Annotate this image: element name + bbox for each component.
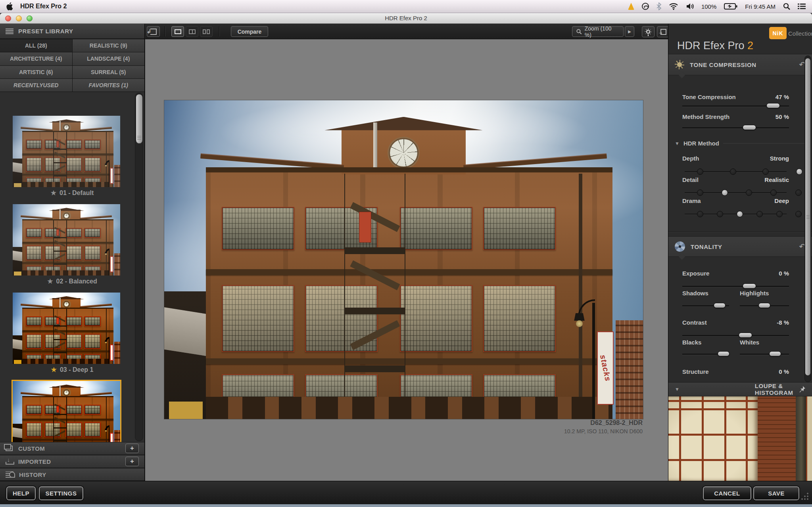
- loupe-histogram-header[interactable]: ▼ LOUPE & HISTOGRAM: [668, 382, 812, 396]
- preset-thumbnail-02[interactable]: [13, 204, 120, 276]
- tab-architecture[interactable]: ARCHITECTURE (4): [0, 52, 72, 65]
- preset-list-icon: [6, 29, 13, 34]
- drama-dot-3-active[interactable]: [737, 211, 743, 217]
- export-button[interactable]: [147, 26, 160, 37]
- tone-compression-slider-label: Tone Compression: [682, 94, 736, 100]
- preset-list-scrollbar[interactable]: [135, 93, 143, 441]
- whites-slider[interactable]: [740, 354, 789, 355]
- panel-scrollbar-thumb[interactable]: [805, 58, 810, 375]
- volume-icon[interactable]: [686, 3, 694, 10]
- preset-03-favorite-star-icon[interactable]: ★: [51, 366, 57, 373]
- photo-pipe: [373, 122, 377, 167]
- shadows-slider[interactable]: [682, 305, 729, 306]
- preset-thumbnail-04-selected[interactable]: [13, 381, 120, 442]
- imported-section-header[interactable]: IMPORTED +: [0, 455, 144, 468]
- notification-center-icon[interactable]: [798, 3, 806, 10]
- zoom-menu-arrow-button[interactable]: ▶: [625, 26, 634, 37]
- depth-dot-2[interactable]: [730, 168, 736, 175]
- exposure-slider[interactable]: [682, 286, 789, 287]
- preset-library-sidebar: PRESET LIBRARY ALL (28) REALISTIC (9) AR…: [0, 24, 145, 481]
- blacks-slider[interactable]: [682, 354, 729, 355]
- preset-03-label[interactable]: ★03 - Deep 1: [0, 366, 144, 373]
- wifi-icon[interactable]: [669, 3, 678, 10]
- view-side-by-side-button[interactable]: [200, 26, 213, 37]
- contrast-slider-handle[interactable]: [739, 333, 752, 338]
- settings-button[interactable]: SETTINGS: [39, 486, 83, 500]
- highlights-slider[interactable]: [740, 305, 789, 306]
- add-custom-preset-button[interactable]: +: [125, 444, 139, 453]
- add-imported-preset-button[interactable]: +: [125, 457, 139, 466]
- view-single-button[interactable]: [171, 26, 184, 37]
- pin-icon[interactable]: [799, 386, 806, 393]
- tab-realistic[interactable]: REALISTIC (9): [73, 39, 145, 52]
- tonality-header[interactable]: TONALITY ↶: [668, 236, 812, 257]
- preset-01-star-icon[interactable]: ★: [51, 189, 56, 196]
- cancel-button[interactable]: CANCEL: [703, 486, 751, 500]
- preset-02-star-icon[interactable]: ★: [47, 278, 53, 285]
- history-icon: [6, 471, 13, 478]
- menu-clock[interactable]: Fri 9:45 AM: [745, 3, 776, 10]
- method-strength-slider-handle[interactable]: [743, 125, 756, 130]
- depth-dot-1[interactable]: [697, 168, 703, 175]
- detail-dot-3[interactable]: [746, 189, 752, 196]
- tab-all[interactable]: ALL (28): [0, 39, 72, 52]
- photo-stacks-sign: stacks: [597, 331, 614, 405]
- tab-landscape[interactable]: LANDSCAPE (4): [73, 52, 145, 65]
- main-photo-preview[interactable]: stacks: [164, 100, 643, 419]
- custom-section-header[interactable]: CUSTOM +: [0, 442, 144, 455]
- preset-01-label[interactable]: ★01 - Default: [0, 189, 144, 197]
- preset-thumbnail-03[interactable]: [13, 293, 120, 364]
- drama-dot-slider[interactable]: [682, 211, 789, 217]
- adjustments-panel: NiK Collection HDR Efex Pro 2 TONE COMPR…: [668, 24, 812, 481]
- battery-icon[interactable]: [724, 3, 737, 10]
- drama-dot-6[interactable]: [795, 211, 802, 217]
- tone-compression-slider[interactable]: [682, 105, 789, 107]
- apple-menu-icon[interactable]: [6, 2, 13, 10]
- contrast-slider[interactable]: [682, 335, 789, 336]
- bluetooth-icon[interactable]: [657, 2, 661, 10]
- hdr-method-disclosure[interactable]: ▼ HDR Method: [675, 140, 806, 147]
- highlights-slider-handle[interactable]: [758, 303, 770, 308]
- preset-list-scrollbar-thumb[interactable]: [136, 94, 142, 143]
- detail-dot-4[interactable]: [770, 189, 777, 196]
- zoom-control[interactable]: Zoom (100 %): [572, 26, 624, 37]
- spotlight-search-icon[interactable]: [783, 3, 790, 10]
- detail-dot-1[interactable]: [697, 189, 703, 196]
- help-button[interactable]: HELP: [6, 486, 36, 500]
- shadows-slider-handle[interactable]: [714, 303, 726, 308]
- loupe-preview[interactable]: [668, 396, 812, 481]
- drama-dot-1[interactable]: [697, 211, 703, 217]
- tab-recently-used[interactable]: RECENTLYUSED: [0, 79, 72, 92]
- drama-dot-5[interactable]: [776, 211, 783, 217]
- view-split-button[interactable]: [186, 26, 198, 37]
- tab-artistic[interactable]: ARTISTIC (6): [0, 66, 72, 78]
- detail-dot-2-active[interactable]: [722, 189, 728, 196]
- background-brightness-button[interactable]: [642, 26, 655, 37]
- save-button[interactable]: SAVE: [753, 486, 799, 500]
- whites-slider-handle[interactable]: [769, 351, 781, 356]
- panel-scrollbar[interactable]: [804, 55, 811, 382]
- alert-cone-icon[interactable]: [628, 3, 634, 10]
- compare-button[interactable]: Compare: [231, 26, 268, 37]
- drama-dot-2[interactable]: [717, 211, 723, 217]
- resize-grip[interactable]: [800, 492, 809, 501]
- exposure-slider-handle[interactable]: [743, 283, 756, 289]
- creative-cloud-icon[interactable]: [642, 3, 649, 10]
- blacks-slider-handle[interactable]: [718, 351, 729, 356]
- history-section-header[interactable]: HISTORY: [0, 468, 144, 481]
- side-by-side-view-icon: [203, 29, 210, 34]
- drama-dot-4[interactable]: [756, 211, 763, 217]
- tab-surreal[interactable]: SURREAL (5): [73, 66, 145, 78]
- tone-compression-slider-handle[interactable]: [766, 103, 780, 108]
- depth-dot-3[interactable]: [762, 168, 769, 175]
- menu-app-name[interactable]: HDR Efex Pro 2: [20, 3, 67, 10]
- method-strength-slider[interactable]: [682, 127, 789, 128]
- depth-dot-slider[interactable]: [682, 168, 789, 175]
- preset-thumbnail-01[interactable]: [13, 116, 120, 187]
- tone-compression-header[interactable]: TONE COMPRESSION ↶: [668, 54, 812, 75]
- detail-dot-slider[interactable]: [682, 189, 789, 196]
- detail-dot-5[interactable]: [795, 189, 802, 196]
- depth-dot-4-active[interactable]: [796, 168, 802, 175]
- tab-favorites[interactable]: FAVORITES (1): [73, 79, 145, 92]
- preset-02-label[interactable]: ★02 - Balanced: [0, 277, 144, 285]
